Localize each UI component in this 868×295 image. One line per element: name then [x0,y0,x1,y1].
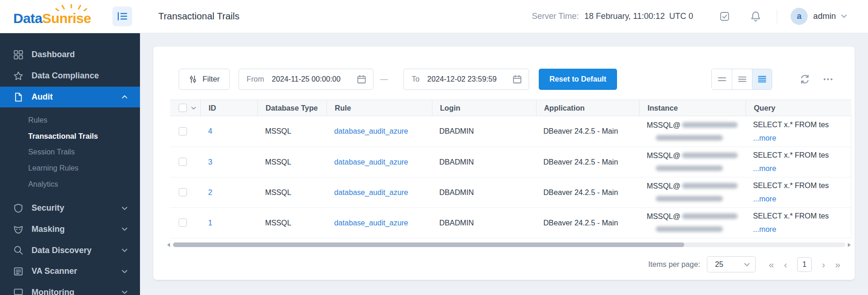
chevron-down-icon [122,290,128,294]
row-checkbox[interactable] [179,218,187,227]
query-text: SELECT x.* FROM tes [753,209,843,223]
row-query: SELECT x.* FROM tes ...more [745,148,851,175]
header-query[interactable]: Query [746,100,851,116]
table-row: 3 MSSQL database_audit_azure DBADMIN DBe… [170,147,851,177]
sidebar-item-audit[interactable]: Audit [0,87,140,108]
header-login[interactable]: Login [432,100,536,116]
chevron-up-icon [122,95,128,99]
prev-page-button[interactable]: ‹ [784,260,787,269]
row-rule-link[interactable]: database_audit_azure [334,218,408,227]
sidebar-item-data-compliance[interactable]: Data Compliance [0,65,140,87]
filter-label: Filter [203,75,220,84]
row-checkbox[interactable] [179,158,187,166]
header-rule[interactable]: Rule [326,100,431,116]
row-query: SELECT x.* FROM tes ...more [745,179,851,206]
scroll-left-icon[interactable] [167,242,170,248]
date-from-field[interactable]: From 2024-11-25 00:00:00 [239,69,373,90]
sidebar-item-monitoring[interactable]: Monitoring [0,282,140,295]
server-time-label: Server Time: [532,12,579,21]
notifications-button[interactable] [750,11,761,22]
query-text: SELECT x.* FROM tes [753,118,843,131]
sidebar-item-label: Security [32,203,64,213]
sidebar-item-dashboard[interactable]: Dashboard [0,44,140,65]
refresh-button[interactable] [800,74,810,84]
redacted-blur [682,183,737,189]
scrollbar-track[interactable] [173,242,845,247]
date-to-value[interactable]: 2024-12-02 23:59:59 [427,75,509,83]
chevron-down-icon [122,248,128,252]
sidebar-subitem-label: Rules [28,116,47,124]
row-id-link[interactable]: 2 [208,188,212,196]
row-select-cell [170,127,200,136]
date-to-field[interactable]: To 2024-12-02 23:59:59 [403,69,529,90]
row-checkbox[interactable] [179,127,187,136]
header-database-type[interactable]: Database Type [257,100,326,116]
select-dropdown-chevron-icon[interactable] [191,106,196,110]
date-from-value[interactable]: 2024-11-25 00:00:00 [272,75,354,83]
row-db-type: MSSQL [257,188,326,197]
density-expanded-button[interactable] [752,69,772,89]
pagination: Items per page: 25 « ‹ 1 › » [153,256,840,272]
date-to-label: To [404,75,427,83]
star-icon [13,71,23,81]
next-page-button[interactable]: › [822,260,825,269]
collapse-sidebar-icon [116,10,128,22]
sidebar-item-data-discovery[interactable]: Data Discovery [0,240,140,261]
audit-table: ID Database Type Rule Login Application … [170,100,851,238]
reset-to-default-button[interactable]: Reset to Default [539,69,617,90]
user-menu[interactable]: a admin [791,8,847,25]
row-id-link[interactable]: 1 [208,218,212,227]
last-page-button[interactable]: » [835,260,840,269]
more-link[interactable]: ...more [753,162,776,175]
header-instance[interactable]: Instance [639,100,746,116]
sidebar-item-security[interactable]: Security [0,198,140,219]
table-row: 2 MSSQL database_audit_azure DBADMIN DBe… [170,177,851,208]
select-all-checkbox[interactable] [179,104,187,112]
more-link[interactable]: ...more [753,192,776,206]
row-rule-link[interactable]: database_audit_azure [334,127,408,135]
more-link[interactable]: ...more [753,131,776,145]
page-size-select[interactable]: 25 [707,256,756,272]
row-id-link[interactable]: 4 [208,127,212,135]
row-id-link[interactable]: 3 [208,158,212,166]
main-content: Filter From 2024-11-25 00:00:00 — To 202… [140,33,868,295]
row-rule-link[interactable]: database_audit_azure [334,158,408,166]
sidebar-item-learning-rules[interactable]: Learning Rules [0,160,140,176]
table-body: 4 MSSQL database_audit_azure DBADMIN DBe… [170,116,851,238]
row-db-type: MSSQL [257,127,326,136]
header-id[interactable]: ID [200,100,257,116]
density-compact-button[interactable] [712,69,732,89]
more-link[interactable]: ...more [753,223,776,236]
density-medium-button[interactable] [732,69,751,89]
row-id-cell: 4 [200,127,257,136]
app-logo[interactable]: DataSunrise [13,7,91,26]
more-options-button[interactable] [823,78,833,81]
calendar-icon[interactable] [513,75,522,84]
horizontal-scrollbar[interactable] [167,242,851,248]
logo-text-data: Data [13,11,42,26]
scrollbar-thumb[interactable] [173,242,684,247]
first-page-button[interactable]: « [769,260,774,269]
current-page[interactable]: 1 [797,257,812,272]
row-checkbox[interactable] [179,188,187,196]
row-instance: MSSQL@ [639,180,746,205]
redacted-blur [656,196,723,201]
row-rule-link[interactable]: database_audit_azure [334,188,408,196]
instance-prefix: MSSQL@ [647,121,681,130]
sidebar-item-session-trails[interactable]: Session Trails [0,144,140,160]
calendar-icon[interactable] [357,75,366,84]
sidebar-item-masking[interactable]: Masking [0,219,140,240]
filter-button[interactable]: Filter [179,69,229,90]
sidebar-item-rules[interactable]: Rules [0,112,140,128]
sidebar-item-transactional-trails[interactable]: Transactional Trails [0,128,140,144]
sidebar-collapse-button[interactable] [112,6,132,26]
server-timezone: UTC 0 [669,12,693,21]
tasks-button[interactable] [719,11,730,22]
query-text: SELECT x.* FROM tes [753,148,843,162]
row-select-cell [170,218,200,227]
header-application[interactable]: Application [536,100,640,116]
sidebar-item-va-scanner[interactable]: VA Scanner [0,261,140,282]
sidebar-item-analytics[interactable]: Analytics [0,176,140,192]
scroll-right-icon[interactable] [847,242,851,248]
divider [777,9,777,24]
